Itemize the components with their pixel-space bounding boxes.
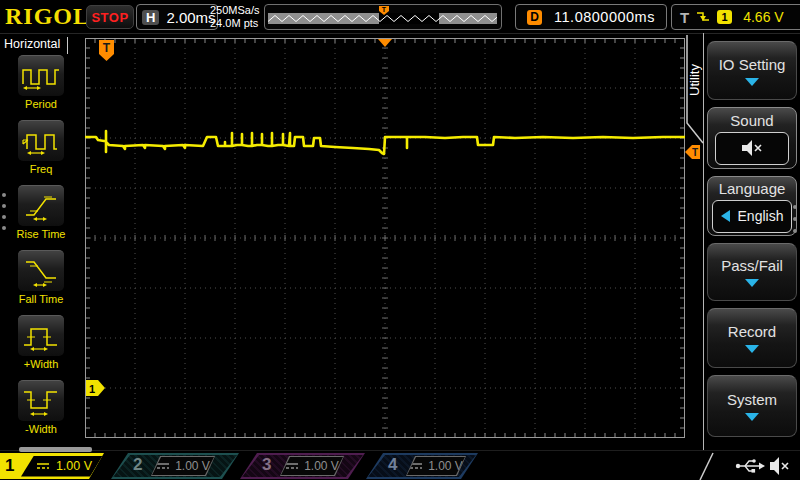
measure-item-minus-width[interactable]: -Width xyxy=(12,380,70,435)
language-value: English xyxy=(738,208,784,224)
left-measure-menu: Horizontal Period Freq xyxy=(0,33,85,450)
period-icon xyxy=(20,59,62,93)
channel-1-number: 1 xyxy=(5,456,14,476)
channel-status-bar: 1 1.00 V 2 1.00 V 3 xyxy=(0,450,800,480)
chevron-down-icon xyxy=(745,279,759,287)
minus-width-icon xyxy=(20,384,62,418)
channel-3-indicator[interactable]: 3 1.00 V xyxy=(240,453,365,479)
right-menu-page-dots xyxy=(793,205,797,241)
trigger-tag-icon[interactable]: T xyxy=(99,40,114,61)
measure-item-rise-time[interactable]: Rise Time xyxy=(12,185,70,240)
coupling-dc-icon xyxy=(36,461,50,471)
measure-item-freq[interactable]: Freq xyxy=(12,120,70,175)
channel-4-number: 4 xyxy=(388,455,397,475)
acquisition-info: 250MSa/s 24.0M pts xyxy=(210,4,260,29)
channel-1-indicator[interactable]: 1 1.00 V xyxy=(0,453,108,479)
channel-3-scale: 1.00 V xyxy=(304,459,339,473)
record-button[interactable]: Record xyxy=(707,308,797,368)
speaker-muted-icon xyxy=(739,138,765,158)
svg-text:1: 1 xyxy=(89,383,95,395)
plus-width-icon xyxy=(20,319,62,353)
io-setting-button[interactable]: IO Setting xyxy=(707,41,797,100)
sound-button[interactable]: Sound xyxy=(707,107,797,169)
memory-depth: 24.0M pts xyxy=(210,17,260,30)
measure-item-plus-width[interactable]: +Width xyxy=(12,315,70,370)
channel-4-indicator[interactable]: 4 1.00 V xyxy=(366,453,478,479)
channel-2-scale: 1.00 V xyxy=(175,459,210,473)
trigger-label: T xyxy=(680,9,689,26)
chevron-down-icon xyxy=(745,78,759,86)
channel-2-indicator[interactable]: 2 1.00 V xyxy=(111,453,239,479)
right-menu-buttons: IO Setting Sound Language English Pass/F… xyxy=(707,41,797,437)
horizontal-label: H xyxy=(142,10,159,25)
rise-time-icon xyxy=(20,189,62,223)
measure-item-fall-time[interactable]: Fall Time xyxy=(12,250,70,305)
language-button[interactable]: Language English xyxy=(707,176,797,236)
run-stop-status-button[interactable]: STOP xyxy=(86,5,134,29)
trigger-source-badge: 1 xyxy=(717,10,732,24)
fall-time-icon xyxy=(20,254,62,288)
grid-markers-layer: T 1 xyxy=(85,38,685,438)
delay-badge: D xyxy=(527,10,542,25)
freq-icon xyxy=(20,124,62,158)
waveform-display-area: T 1 xyxy=(85,38,685,438)
channel1-level-marker-icon[interactable]: 1 xyxy=(86,380,105,396)
channel-2-number: 2 xyxy=(133,455,142,475)
horizontal-timebase-box[interactable]: H 2.00ms xyxy=(136,4,218,30)
speaker-muted-icon xyxy=(770,457,788,475)
right-menu-tab-utility: Utility xyxy=(687,35,703,125)
trigger-position-marker-icon[interactable] xyxy=(378,39,392,47)
coupling-dc-icon xyxy=(156,461,170,471)
top-status-bar: RIGOL STOP H 2.00ms 250MSa/s 24.0M pts T… xyxy=(0,0,800,34)
system-button[interactable]: System xyxy=(707,375,797,437)
falling-edge-icon xyxy=(696,10,710,24)
chevron-left-icon xyxy=(721,210,730,222)
trigger-delay-box[interactable]: D 11.0800000ms xyxy=(515,4,667,30)
trigger-status-box[interactable]: T 1 4.66 V xyxy=(671,4,800,30)
channel-4-scale: 1.00 V xyxy=(428,459,463,473)
left-menu-scrollbar[interactable] xyxy=(19,447,92,452)
pass-fail-button[interactable]: Pass/Fail xyxy=(707,243,797,301)
trigger-level-value: 4.66 V xyxy=(743,9,783,25)
trigger-level-marker-icon[interactable]: T xyxy=(684,144,701,160)
coupling-dc-icon xyxy=(285,461,299,471)
sample-rate: 250MSa/s xyxy=(210,4,260,17)
measure-item-period[interactable]: Period xyxy=(12,55,70,110)
svg-text:T: T xyxy=(692,147,698,158)
waveform-preview-bar[interactable]: T xyxy=(264,4,502,30)
preview-waveform-icon xyxy=(268,13,497,24)
delay-value: 11.0800000ms xyxy=(554,9,655,25)
chevron-down-icon xyxy=(745,345,759,353)
status-icons-area xyxy=(690,451,800,480)
svg-text:T: T xyxy=(103,41,111,55)
usb-icon xyxy=(736,459,765,472)
rigol-logo: RIGOL xyxy=(5,3,90,30)
left-menu-page-dots xyxy=(2,193,6,237)
chevron-down-icon xyxy=(745,413,759,421)
channel-1-scale: 1.00 V xyxy=(56,459,92,473)
measure-menu-title: Horizontal xyxy=(0,37,68,54)
channel-3-number: 3 xyxy=(262,455,271,475)
timebase-value: 2.00ms xyxy=(166,9,215,26)
